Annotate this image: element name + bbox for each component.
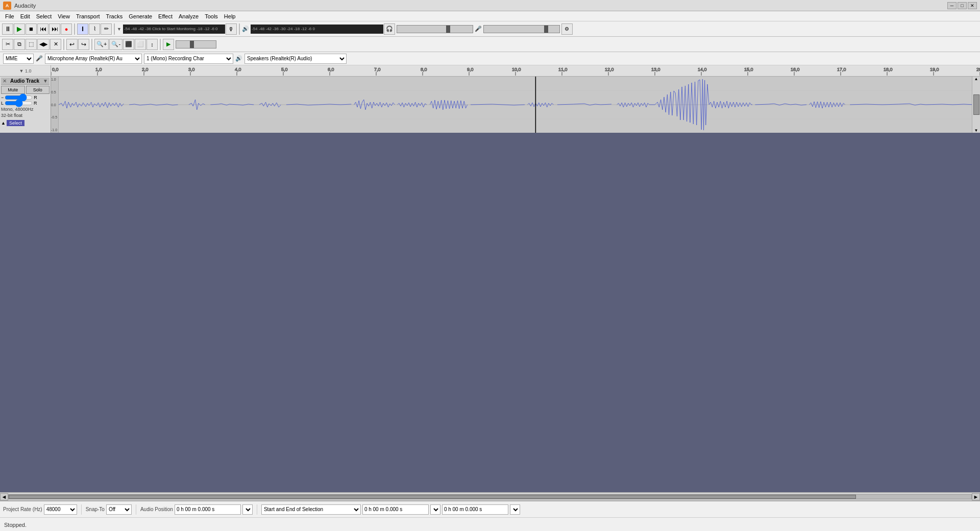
- selection-tool-button[interactable]: I: [77, 23, 88, 35]
- input-device-select[interactable]: Microphone Array (Realtek(R) Au: [45, 54, 142, 64]
- sep3: [257, 504, 257, 515]
- track-select-button[interactable]: Select: [7, 120, 24, 126]
- redo-button[interactable]: ↪: [78, 39, 89, 50]
- skip-end-button[interactable]: ⏭: [49, 23, 60, 35]
- fit-project-button[interactable]: ⬜: [135, 39, 146, 50]
- svg-text:6,0: 6,0: [328, 67, 334, 72]
- scroll-down-button[interactable]: ▼: [974, 128, 978, 133]
- close-button[interactable]: ✕: [968, 2, 977, 9]
- ruler-svg: 0,0 1,0 2,0 3,0 4,0 5,0 6,0 7,0: [51, 65, 980, 76]
- scroll-thumb-h[interactable]: [9, 495, 856, 499]
- selection-start-unit[interactable]: s: [430, 504, 440, 515]
- play-button[interactable]: ▶: [14, 23, 25, 35]
- scroll-right-button[interactable]: ►: [972, 493, 980, 500]
- menu-analyze[interactable]: Analyze: [176, 12, 202, 20]
- menu-tracks[interactable]: Tracks: [103, 12, 126, 20]
- toolbar-divider-5: [91, 39, 92, 50]
- scroll-thumb[interactable]: [973, 94, 979, 115]
- pan-r-label: R: [34, 101, 37, 106]
- play-at-speed-button[interactable]: ▶: [163, 39, 174, 50]
- svg-text:3,0: 3,0: [188, 67, 195, 72]
- zoom-toggle-button[interactable]: ↕: [146, 39, 158, 50]
- waveform-display: 1.0 0.5 0.0 -0.5 -1.0: [51, 77, 980, 133]
- scroll-left-button[interactable]: ◄: [0, 493, 8, 500]
- empty-track-area: [0, 133, 980, 531]
- play-speed-slider[interactable]: [176, 40, 216, 49]
- amp-axis: 1.0 0.5 0.0 -0.5 -1.0: [51, 77, 59, 133]
- snap-to-select[interactable]: Off: [106, 504, 132, 515]
- menu-select[interactable]: Select: [33, 12, 55, 20]
- zoom-in-button[interactable]: 🔍+: [94, 39, 109, 50]
- svg-text:2,0: 2,0: [142, 67, 149, 72]
- cut-button[interactable]: ✂: [2, 39, 13, 50]
- mute-button[interactable]: Mute: [1, 86, 25, 94]
- timeline-ruler: ▼ 1.0 0,0 1,0 2,0 3,0 4,0: [0, 65, 980, 77]
- svg-text:8,0: 8,0: [421, 67, 427, 72]
- volume-minus-label: −: [1, 95, 4, 100]
- silence-button[interactable]: ✕: [50, 39, 61, 50]
- minimize-button[interactable]: ─: [947, 2, 957, 9]
- menu-transport[interactable]: Transport: [73, 12, 103, 20]
- menu-effect[interactable]: Effect: [155, 12, 176, 20]
- content-area: ▼ 1.0 0,0 1,0 2,0 3,0 4,0: [0, 65, 980, 531]
- pencil-tool-button[interactable]: ✏: [101, 23, 112, 35]
- pan-slider[interactable]: [5, 101, 33, 106]
- project-rate-label: Project Rate (Hz): [3, 506, 42, 512]
- stop-button[interactable]: ■: [26, 23, 37, 35]
- project-rate-select[interactable]: 48000: [44, 504, 77, 515]
- record-button[interactable]: ●: [61, 23, 72, 35]
- ruler-corner: ▼ 1.0: [19, 68, 32, 74]
- mic-settings-button[interactable]: ⚙: [561, 23, 573, 35]
- svg-text:0,0: 0,0: [52, 67, 59, 72]
- track-collapse-button[interactable]: ▼: [43, 78, 48, 84]
- scroll-up-button[interactable]: ▲: [974, 77, 978, 81]
- mic-slider[interactable]: [483, 25, 560, 33]
- selection-start-input[interactable]: [362, 504, 429, 515]
- audio-position-label: Audio Position: [140, 506, 173, 512]
- status-controls-row: Project Rate (Hz) 48000 Snap-To Off Audi…: [0, 501, 980, 518]
- fit-selection-button[interactable]: ⬛: [123, 39, 134, 50]
- scroll-track[interactable]: [8, 494, 972, 499]
- paste-button[interactable]: ⬚: [26, 39, 37, 50]
- svg-text:16,0: 16,0: [791, 67, 800, 72]
- pause-button[interactable]: ⏸: [2, 23, 13, 35]
- toolbar-divider-4: [63, 39, 64, 50]
- solo-button[interactable]: Solo: [26, 86, 50, 94]
- v-scrollbar[interactable]: ▲ ▼: [972, 77, 980, 133]
- menu-view[interactable]: View: [55, 12, 73, 20]
- trim-button[interactable]: ◀▶: [37, 39, 50, 50]
- host-select[interactable]: MME: [3, 54, 34, 64]
- envelope-tool-button[interactable]: ⌇: [89, 23, 100, 35]
- playback-toolbar: ⏸ ▶ ■ ⏮ ⏭ ● I ⌇ ✏ ▼ -54 -48 -42 -36 Clic…: [0, 21, 980, 37]
- amp-0.5: 0.5: [51, 90, 58, 94]
- output-device-select[interactable]: Speakers (Realtek(R) Audio): [244, 54, 347, 64]
- zoom-out-button[interactable]: 🔍-: [109, 39, 122, 50]
- select-row: ▲ Select: [1, 120, 50, 126]
- maximize-button[interactable]: □: [958, 2, 967, 9]
- track-header: ✕ Audio Track ▼: [1, 78, 50, 85]
- selection-end-input[interactable]: [442, 504, 508, 515]
- copy-button[interactable]: ⧉: [14, 39, 25, 50]
- pan-row: L R: [1, 101, 50, 106]
- h-scrollbar: ◄ ►: [0, 492, 980, 500]
- svg-text:1,0: 1,0: [95, 67, 102, 72]
- menu-tools[interactable]: Tools: [202, 12, 221, 20]
- output-level-button[interactable]: 🎧: [384, 23, 395, 35]
- undo-button[interactable]: ↩: [66, 39, 78, 50]
- track-close-button[interactable]: ✕: [3, 78, 7, 84]
- selection-mode-select[interactable]: Start and End of Selection: [261, 504, 361, 515]
- audio-position-unit-select[interactable]: s: [242, 504, 253, 515]
- menu-file[interactable]: File: [2, 12, 17, 20]
- device-bar: MME 🎤 Microphone Array (Realtek(R) Au 1 …: [0, 52, 980, 65]
- menu-generate[interactable]: Generate: [126, 12, 155, 20]
- menu-edit[interactable]: Edit: [17, 12, 33, 20]
- audio-position-input[interactable]: [175, 504, 241, 515]
- app-icon: A: [3, 2, 11, 10]
- menu-help[interactable]: Help: [221, 12, 239, 20]
- skip-start-button[interactable]: ⏮: [37, 23, 48, 35]
- track-collapse-arrow[interactable]: ▲: [1, 120, 6, 126]
- output-slider[interactable]: [397, 25, 473, 33]
- channel-select[interactable]: 1 (Mono) Recording Char: [144, 54, 233, 64]
- selection-end-unit[interactable]: s: [510, 504, 520, 515]
- input-level-button[interactable]: 🎙: [226, 23, 237, 35]
